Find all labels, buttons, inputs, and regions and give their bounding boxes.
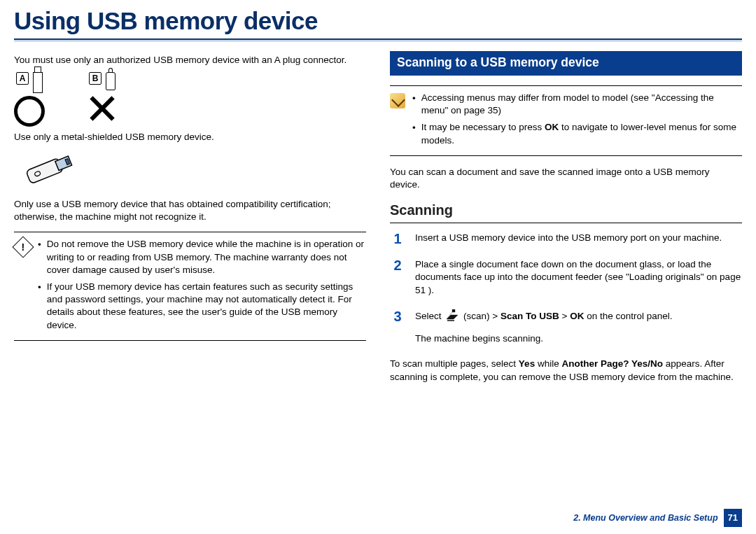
note2-prefix: It may be necessary to press — [421, 122, 545, 132]
step3-bold1: Scan To USB — [500, 311, 559, 321]
step-2: 2 Place a single document face down on t… — [390, 258, 742, 297]
usb-plug-b: B — [87, 72, 118, 124]
warning-item: Do not remove the USB memory device whil… — [38, 238, 366, 276]
steps-list: 1 Insert a USB memory device into the US… — [390, 232, 742, 345]
allowed-icon — [14, 96, 45, 127]
tail-paragraph: To scan multiple pages, select Yes while… — [390, 358, 742, 383]
step-body: Insert a USB memory device into the USB … — [415, 232, 742, 244]
step-3: 3 Select (scan) > Scan To USB > OK on th… — [390, 309, 742, 345]
scan-intro: You can scan a document and save the sca… — [390, 166, 742, 191]
step-1: 1 Insert a USB memory device into the US… — [390, 232, 742, 246]
sub-heading-scanning: Scanning — [390, 201, 742, 223]
info-note-list: Accessing menus may differ from model to… — [412, 90, 742, 151]
content-columns: You must use only an authorized USB memo… — [14, 50, 742, 388]
info-note-item: It may be necessary to press OK to navig… — [412, 121, 742, 146]
footer-chapter: 2. Menu Overview and Basic Setup — [573, 512, 718, 524]
usb-plug-a: A — [14, 72, 45, 127]
compat-text: Only use a USB memory device that has ob… — [14, 198, 366, 223]
title-divider — [14, 38, 742, 44]
step-number: 2 — [390, 258, 405, 272]
right-column: Scanning to a USB memory device Accessin… — [390, 50, 742, 388]
plug-a-label: A — [16, 72, 29, 85]
page-footer: 2. Menu Overview and Basic Setup 71 — [573, 509, 742, 527]
not-allowed-icon — [87, 93, 118, 124]
intro-text: You must use only an authorized USB memo… — [14, 54, 366, 66]
warning-list: Do not remove the USB memory device whil… — [38, 237, 366, 336]
step3-post: on the control panel. — [587, 311, 672, 321]
scan-icon — [445, 309, 459, 325]
note-pencil-icon — [390, 93, 405, 108]
step-body: Select (scan) > Scan To USB > OK on the … — [415, 309, 742, 345]
step3-pre: Select — [415, 311, 444, 321]
metal-shield-text: Use only a metal-shielded USB memory dev… — [14, 131, 366, 143]
step3-after-icon: (scan) > — [463, 311, 500, 321]
page-number-badge: 71 — [724, 509, 742, 527]
step-body: Place a single document face down on the… — [415, 258, 742, 297]
usb-plug-illustration: A B — [14, 72, 366, 127]
info-note: Accessing menus may differ from model to… — [390, 85, 742, 156]
plug-b-label: B — [89, 72, 102, 85]
section-heading: Scanning to a USB memory device — [390, 51, 742, 76]
metal-usb-illustration — [17, 150, 366, 191]
caution-icon: ! — [12, 237, 34, 258]
step3-mid: > — [561, 311, 570, 321]
page-title: Using USB memory device — [14, 0, 742, 38]
warning-item: If your USB memory device has certain fe… — [38, 281, 366, 332]
info-note-item: Accessing menus may differ from model to… — [412, 92, 742, 117]
left-column: You must use only an authorized USB memo… — [14, 50, 366, 388]
step-number: 3 — [390, 309, 405, 323]
warning-note: ! Do not remove the USB memory device wh… — [14, 232, 366, 341]
step3-bold2: OK — [570, 311, 584, 321]
note2-bold: OK — [545, 122, 559, 132]
step3-line2: The machine begins scanning. — [415, 332, 742, 345]
step-number: 1 — [390, 232, 405, 246]
